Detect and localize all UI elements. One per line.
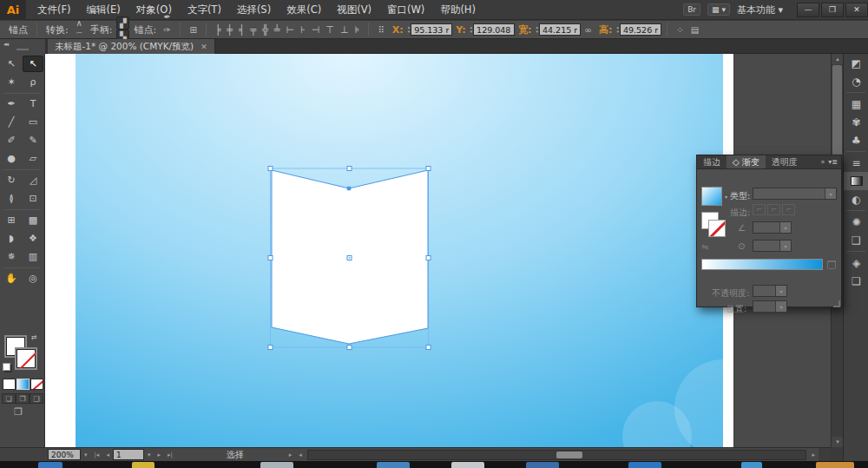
distribute-vcenter-button[interactable]: ⊦ [300, 24, 306, 36]
menu-item-帮助(H)[interactable]: 帮助(H) [432, 0, 483, 20]
stroke-panel-icon[interactable]: ≡ [844, 154, 868, 172]
stepper-down-icon[interactable]: ▾ [536, 30, 539, 34]
gradient-within-stroke-button[interactable]: ⌐ [753, 204, 766, 215]
type-tool-icon[interactable]: T [23, 96, 43, 112]
draw-inside-mode-button[interactable]: ❑ [30, 393, 43, 404]
blob-brush-tool-icon[interactable]: ● [1, 150, 22, 167]
distribute-top-button[interactable]: ⊢ [286, 24, 294, 36]
brushes-panel-icon[interactable]: ✾ [844, 113, 868, 131]
panel-resize-grip[interactable] [833, 300, 840, 307]
color-guide-panel-icon[interactable]: ◔ [844, 72, 868, 90]
width-stepper[interactable]: ▴▾ [536, 25, 539, 34]
restore-button[interactable]: ❐ [821, 3, 844, 17]
taskbar-app-icon[interactable] [628, 462, 661, 468]
mesh-tool-icon[interactable]: ⊞ [1, 212, 22, 228]
height-stepper[interactable]: ▴▾ [616, 25, 619, 34]
tools-panel-header[interactable]: ◂◂ [0, 39, 45, 54]
screen-mode-button[interactable]: ❐ [14, 406, 23, 418]
color-panel-icon[interactable]: ◩ [844, 54, 868, 72]
selection-tool-icon[interactable]: ↖ [1, 56, 22, 72]
stepper-down-icon[interactable]: ▾ [616, 30, 619, 34]
line-tool-icon[interactable]: ╱ [1, 114, 22, 130]
eraser-tool-icon[interactable]: ▱ [23, 150, 43, 167]
gradient-panel-icon[interactable] [844, 172, 868, 190]
menu-item-视图(V)[interactable]: 视图(V) [329, 0, 379, 20]
v-align-middle-button[interactable]: ╬ [262, 24, 268, 36]
close-button[interactable]: ✕ [845, 3, 868, 17]
tab-描边[interactable]: 描边 [697, 155, 727, 168]
isolate-selected-button[interactable]: ⊞ [187, 23, 200, 36]
swatches-panel-icon[interactable]: ▦ [844, 95, 868, 113]
angle-dropdown[interactable]: ▾ [753, 221, 792, 234]
graphic-styles-panel-icon[interactable]: ❑ [844, 231, 868, 249]
windows-taskbar[interactable] [0, 461, 868, 468]
prev-artboard-button[interactable]: ◂ [102, 452, 113, 458]
minimize-button[interactable]: — [797, 3, 819, 17]
gradient-stroke-proxy[interactable] [708, 220, 726, 237]
gradient-button[interactable] [16, 379, 30, 390]
layers-panel-icon[interactable]: ◈ [844, 254, 868, 272]
rotate-tool-icon[interactable]: ↻ [1, 172, 22, 188]
lasso-tool-icon[interactable]: ρ [23, 74, 43, 90]
hand-tool-icon[interactable]: ✋ [1, 270, 22, 287]
reference-point-selector[interactable]: ⠿ [375, 23, 388, 36]
magic-wand-tool-icon[interactable]: ✶ [1, 74, 22, 90]
h-align-left-button[interactable]: ╞ [215, 24, 221, 36]
delete-stop-icon[interactable] [827, 260, 836, 269]
menu-item-文字(T)[interactable]: 文字(T) [180, 0, 229, 20]
aspect-ratio-dropdown[interactable]: ▾ [753, 240, 792, 252]
gradient-preview-swatch[interactable] [701, 187, 722, 206]
taskbar-app-icon[interactable] [132, 462, 155, 468]
taskbar-app-icon[interactable] [816, 462, 854, 468]
eyedropper-tool-icon[interactable]: ◗ [1, 230, 22, 247]
gradient-tool-icon[interactable]: ▩ [23, 212, 43, 228]
connect-path-button[interactable]: ✑ [161, 23, 174, 36]
zoom-level-field[interactable]: 200% [48, 449, 81, 460]
transparency-panel-icon[interactable]: ◐ [844, 190, 868, 208]
v-align-bottom-button[interactable]: ╧ [274, 24, 280, 36]
y-stepper[interactable]: ▴▾ [470, 25, 473, 34]
x-field[interactable] [411, 23, 452, 36]
link-dimensions-icon[interactable]: ∞ [582, 23, 595, 36]
collapse-panel-icon[interactable]: » [820, 158, 825, 166]
free-transform-tool-icon[interactable]: ⊡ [23, 190, 43, 207]
draw-normal-mode-button[interactable]: ❏ [2, 393, 16, 404]
tab-渐变[interactable]: ◇渐变 [727, 155, 766, 168]
default-fill-stroke-icon[interactable] [3, 363, 10, 371]
distribute-left-button[interactable]: ⊤ [326, 24, 334, 36]
stroke-swatch[interactable] [15, 347, 37, 370]
vertical-scrollbar-thumb[interactable] [832, 65, 842, 169]
transform-button[interactable]: ⁘ [674, 23, 687, 36]
control-panel-menu-icon[interactable]: ▤ [688, 23, 701, 36]
first-artboard-button[interactable]: |◂ [91, 452, 103, 458]
scroll-left-icon[interactable]: ◂ [295, 452, 306, 458]
y-field[interactable] [473, 23, 515, 36]
stepper-down-icon[interactable]: ▾ [470, 30, 473, 34]
menu-item-效果(C)[interactable]: 效果(C) [279, 0, 329, 20]
taskbar-app-icon[interactable] [38, 462, 62, 468]
zoom-dropdown-icon[interactable]: ▾ [81, 452, 91, 458]
stepper-down-icon[interactable]: ▾ [408, 30, 411, 34]
document-tab[interactable]: 未标题-1* @ 200% (CMYK/预览) ✕ [48, 39, 215, 54]
artboards-panel-icon[interactable]: ❏ [844, 272, 868, 290]
reverse-gradient-icon[interactable]: ⇋ [701, 242, 708, 252]
scroll-right-icon[interactable]: ▸ [808, 452, 819, 458]
gradient-across-stroke-button[interactable]: ⌐ [782, 204, 795, 215]
show-handles-button[interactable]: ▞ [116, 16, 129, 30]
height-field[interactable] [620, 23, 661, 36]
scale-tool-icon[interactable]: ◿ [23, 172, 43, 188]
direct-selection-tool-icon[interactable]: ↖ [23, 56, 43, 72]
h-align-right-button[interactable]: ╡ [239, 24, 245, 36]
draw-behind-mode-button[interactable]: ❐ [16, 393, 30, 404]
none-button[interactable] [30, 379, 43, 390]
symbol-sprayer-tool-icon[interactable]: ✵ [1, 248, 22, 265]
gradient-slider[interactable] [701, 259, 823, 270]
workspace-switcher[interactable]: 基本功能 ▾ [737, 3, 783, 16]
horizontal-scrollbar[interactable] [307, 450, 807, 460]
pen-tool-icon[interactable]: ✒ [1, 96, 22, 112]
pencil-tool-icon[interactable]: ✎ [23, 132, 43, 148]
color-button[interactable] [3, 379, 16, 390]
paintbrush-tool-icon[interactable]: ✐ [1, 132, 22, 148]
gradient-along-stroke-button[interactable]: ⌐ [767, 204, 780, 215]
collapse-tools-icon[interactable]: ◂◂ [3, 41, 8, 48]
